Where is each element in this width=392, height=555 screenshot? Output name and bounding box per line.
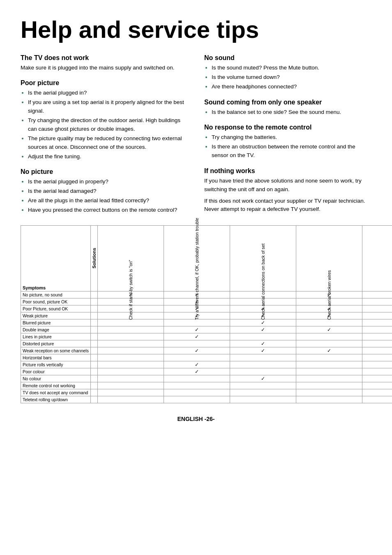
col-header-2: Check aerial connections on back of set — [230, 226, 296, 291]
symptom-label: Double image — [21, 326, 91, 333]
check-cell — [362, 298, 392, 305]
footer-text: ENGLISH -26- — [21, 416, 371, 422]
check-cell — [362, 305, 392, 312]
check-cell — [97, 375, 164, 382]
tv-no-work-heading: The TV does not work — [21, 54, 188, 62]
table-row: Horizontal bars✓✓✓✓ — [21, 354, 392, 361]
if-nothing-works-body2: If this does not work contact your suppl… — [204, 197, 371, 214]
check-cell — [230, 354, 296, 361]
solutions-spacer — [90, 312, 97, 319]
check-cell — [230, 396, 296, 403]
check-cell — [296, 354, 362, 361]
check-cell — [296, 368, 362, 375]
tv-no-work-body: Make sure it is plugged into the mains s… — [21, 64, 188, 72]
symptom-label: Distorted picture — [21, 340, 91, 347]
check-cell: ✓ — [362, 340, 392, 347]
table-row: Teletext rolling up/down — [21, 396, 392, 403]
check-cell — [164, 375, 230, 382]
symptom-label: Teletext rolling up/down — [21, 396, 91, 403]
table-row: Blurred picture✓✓✓ — [21, 319, 392, 326]
list-item: Is the sound muted? Press the Mute butto… — [212, 64, 371, 72]
check-cell — [296, 361, 362, 368]
list-item: Is the volume turned down? — [212, 73, 371, 82]
no-response-list: Try changing the batteries. Is there an … — [204, 133, 371, 160]
check-cell: ✓ — [164, 326, 230, 333]
check-cell: ✓ — [362, 319, 392, 326]
check-cell — [164, 382, 230, 389]
symptom-label: Weak reception on some channels — [21, 347, 91, 354]
col-header-0: Check if stand-by switch is "on" — [97, 226, 164, 291]
check-cell — [362, 389, 392, 396]
check-cell — [362, 312, 392, 319]
if-nothing-works-heading: If nothing works — [204, 167, 371, 175]
check-cell — [362, 382, 392, 389]
check-cell — [97, 382, 164, 389]
check-cell — [97, 389, 164, 396]
table-row: Weak reception on some channels✓✓✓✓✓✓✓ — [21, 347, 392, 354]
poor-picture-list: Is the aerial plugged in? If you are usi… — [21, 89, 188, 161]
solutions-spacer — [90, 319, 97, 326]
check-cell — [97, 368, 164, 375]
symptom-label: Poor sound, picture OK — [21, 298, 91, 305]
check-cell: ✓ — [230, 347, 296, 354]
check-cell: ✓ — [362, 347, 392, 354]
solutions-spacer — [90, 291, 97, 298]
check-cell: ✓ — [362, 333, 392, 340]
list-item: Are all the plugs in the aerial lead fit… — [28, 197, 188, 205]
table-row: Lines in picture✓✓✓✓ — [21, 333, 392, 340]
check-cell: ✓ — [230, 375, 296, 382]
no-response-heading: No response to the remote control — [204, 124, 371, 131]
check-cell — [164, 389, 230, 396]
check-cell — [230, 333, 296, 340]
check-cell — [362, 291, 392, 298]
check-cell — [164, 340, 230, 347]
symptom-label: Poor colour — [21, 368, 91, 375]
poor-picture-heading: Poor picture — [21, 79, 188, 87]
list-item: Is the balance set to one side? See the … — [212, 108, 371, 117]
symptom-label: Picture rolls vertically — [21, 361, 91, 368]
sound-one-speaker-list: Is the balance set to one side? See the … — [204, 108, 371, 117]
symptom-table-section: Symptoms Solutions Check if stand-by swi… — [21, 225, 371, 403]
solutions-spacer — [90, 382, 97, 389]
solutions-spacer — [90, 305, 97, 312]
check-cell — [296, 389, 362, 396]
table-row: No colour✓✓✓✓✓ — [21, 375, 392, 382]
list-item: Is the aerial lead damaged? — [28, 187, 188, 196]
no-picture-list: Is the aerial plugged in properly? Is th… — [21, 178, 188, 215]
check-cell: ✓ — [164, 368, 230, 375]
check-cell: ✓ — [362, 354, 392, 361]
table-row: Poor sound, picture OK✓✓ — [21, 298, 392, 305]
check-cell: ✓ — [362, 361, 392, 368]
solutions-spacer — [90, 326, 97, 333]
symptom-label: Remote control not working — [21, 382, 91, 389]
list-item: The picture quality may be reduced by co… — [28, 134, 188, 152]
list-item: Is there an obstruction between the remo… — [212, 143, 371, 160]
solutions-spacer — [90, 354, 97, 361]
symptom-label: No picture, no sound — [21, 291, 91, 298]
solutions-spacer — [90, 389, 97, 396]
check-cell — [296, 396, 362, 403]
check-cell: ✓ — [230, 340, 296, 347]
symptom-label: Blurred picture — [21, 319, 91, 326]
symptom-label: Horizontal bars — [21, 354, 91, 361]
solutions-label: Solutions — [92, 248, 97, 268]
page-title: Help and service tips — [21, 16, 371, 43]
check-cell — [230, 361, 296, 368]
list-item: Is the aerial plugged in? — [28, 89, 188, 97]
check-cell: ✓ — [362, 375, 392, 382]
check-cell: ✓ — [164, 361, 230, 368]
check-cell — [97, 347, 164, 354]
check-cell — [230, 389, 296, 396]
check-cell — [97, 333, 164, 340]
no-sound-heading: No sound — [204, 54, 371, 62]
check-cell — [97, 340, 164, 347]
list-item: Is the aerial plugged in properly? — [28, 178, 188, 186]
table-row: Poor colour✓✓✓✓✓✓✓ — [21, 368, 392, 375]
check-cell — [230, 382, 296, 389]
symptoms-column-header: Symptoms — [21, 226, 91, 291]
check-cell — [296, 340, 362, 347]
check-cell — [97, 354, 164, 361]
symptom-label: Poor Picture, sound OK — [21, 305, 91, 312]
col-header-4: Re orientate aerial — [362, 226, 392, 291]
no-sound-list: Is the sound muted? Press the Mute butto… — [204, 64, 371, 91]
